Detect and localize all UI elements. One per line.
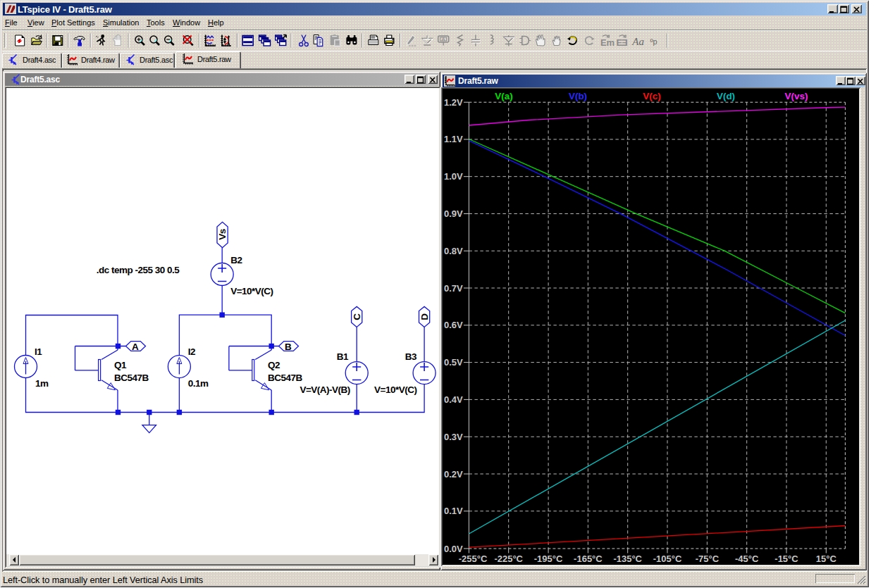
svg-text:0.1m: 0.1m (188, 378, 209, 389)
svg-text:ºp: ºp (650, 37, 657, 46)
svg-text:1.0V: 1.0V (444, 171, 463, 182)
svg-text:-75°C: -75°C (696, 553, 720, 564)
svg-text:V(c): V(c) (643, 91, 661, 101)
svg-text:BC547B: BC547B (268, 373, 303, 383)
svg-text:Q2: Q2 (268, 360, 280, 370)
svg-text:C: C (352, 313, 362, 320)
svg-text:.dc temp -255 30 0.5: .dc temp -255 30 0.5 (97, 265, 180, 275)
svg-text:0.0V: 0.0V (444, 544, 463, 554)
svg-text:0.4V: 0.4V (444, 394, 463, 405)
svg-text:I2: I2 (188, 346, 195, 357)
svg-text:Vs: Vs (217, 229, 228, 240)
svg-text:-45°C: -45°C (735, 553, 759, 564)
svg-text:B2: B2 (230, 255, 242, 265)
svg-text:0.9V: 0.9V (444, 208, 463, 219)
svg-text:Aa: Aa (631, 36, 644, 47)
svg-text:Em: Em (600, 37, 615, 48)
svg-text:-165°C: -165°C (574, 553, 603, 564)
svg-text:BC547B: BC547B (114, 373, 149, 383)
svg-text:V=10*V(C): V=10*V(C) (230, 286, 273, 296)
svg-text:15°C: 15°C (816, 553, 837, 564)
svg-text:-195°C: -195°C (534, 553, 563, 564)
svg-text:D: D (419, 313, 430, 320)
svg-text:A: A (442, 37, 445, 42)
svg-text:-105°C: -105°C (653, 553, 682, 564)
svg-text:V=10*V(C): V=10*V(C) (374, 384, 416, 395)
svg-text:V=V(A)-V(B): V=V(A)-V(B) (300, 384, 350, 395)
svg-text:-15°C: -15°C (774, 553, 798, 564)
svg-text:0.2V: 0.2V (444, 469, 463, 480)
svg-text:0.5V: 0.5V (444, 357, 463, 368)
svg-text:1.2V: 1.2V (444, 97, 463, 108)
svg-text:-255°C: -255°C (459, 553, 488, 564)
svg-text:0.8V: 0.8V (444, 246, 463, 256)
svg-text:0.3V: 0.3V (444, 432, 463, 442)
svg-text:-135°C: -135°C (613, 553, 642, 564)
svg-text:0.1V: 0.1V (444, 506, 463, 516)
svg-text:V(b): V(b) (569, 91, 587, 101)
svg-text:B1: B1 (337, 351, 349, 362)
svg-text:0.7V: 0.7V (444, 283, 463, 294)
svg-text:V(vs): V(vs) (784, 91, 808, 101)
svg-text:I1: I1 (35, 346, 42, 357)
svg-text:Ǝ: Ǝ (622, 37, 628, 48)
svg-text:B: B (285, 342, 292, 352)
svg-text:1m: 1m (35, 378, 49, 389)
svg-text:V(d): V(d) (717, 91, 735, 101)
svg-text:B3: B3 (405, 351, 417, 362)
svg-text:0.6V: 0.6V (444, 320, 463, 330)
svg-text:Q1: Q1 (114, 360, 127, 370)
svg-text:A: A (132, 342, 139, 352)
svg-text:1.1V: 1.1V (444, 134, 463, 144)
svg-text:-225°C: -225°C (494, 553, 523, 564)
svg-text:V(a): V(a) (495, 91, 513, 101)
